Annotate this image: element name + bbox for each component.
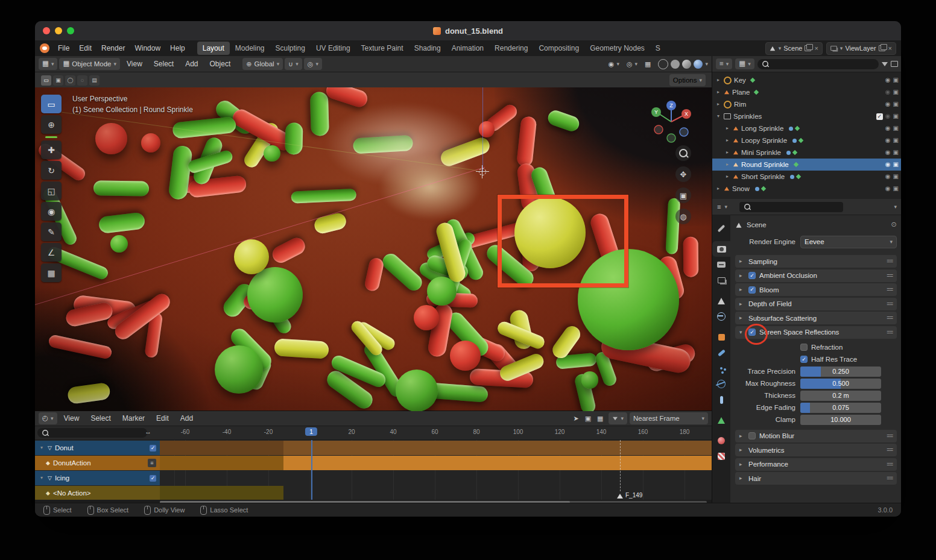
channel-row-no-action[interactable]: ◆ <No Action> [35,486,160,500]
extras-icon[interactable]: == [887,475,893,482]
mode-dropdown[interactable]: ▦ Object Mode ▾ [59,58,120,70]
expand-icon[interactable]: ▸ [724,150,730,155]
section-ambient-occlusion[interactable]: ▸ ✓ Ambient Occlusion == [735,269,897,282]
hide-icon[interactable]: ◉ [885,162,891,168]
overlays-toggle[interactable]: ◎ ▾ [623,58,641,70]
channel-row-donutaction[interactable]: ◆ DonutAction ≡ [35,456,160,470]
tool-move[interactable]: ✚ [41,140,62,159]
section-screen-space-reflections[interactable]: ▾ ✓ Screen Space Reflections == [735,326,897,339]
timeline-menu-marker[interactable]: Marker [118,412,150,424]
outliner-row-plane[interactable]: ▸ Plane ◉▣ [712,86,901,98]
proportional-editing-toggle[interactable]: ◎ ▾ [304,58,322,70]
show-gizmo-toggle[interactable]: ◉ ▾ [605,58,623,70]
extras-icon[interactable]: == [887,329,893,336]
menu-help[interactable]: Help [165,42,190,54]
menu-file[interactable]: File [53,42,74,54]
action-stack-icon[interactable]: ≡ [148,459,156,467]
collapse-icon[interactable]: ▾ [715,114,721,119]
disable-render-icon[interactable]: ▣ [893,89,899,95]
outliner-row-key[interactable]: ▸ Key ◉▣ [712,74,901,86]
clamp-field[interactable]: 10.000 [800,415,881,425]
viewlayer-selector[interactable]: ▾ ViewLayer × [826,42,896,55]
tab-world[interactable] [712,309,730,324]
hide-icon[interactable]: ◉ [885,113,891,119]
display-mode-button[interactable]: ▦ ▾ [735,58,754,69]
expand-icon[interactable]: ▸ [724,138,730,143]
bloom-checkbox[interactable]: ✓ [748,286,756,294]
zoom-button[interactable] [675,145,691,161]
expand-icon[interactable]: ▸ [724,126,730,131]
extras-icon[interactable]: == [887,272,893,279]
select-mode-circle-button[interactable]: ◯ [65,75,75,86]
timeline-editor-type-button[interactable]: ◴ ▾ [39,412,57,424]
section-subsurface-scattering[interactable]: ▸ Subsurface Scattering == [735,312,897,324]
tool-add-cube[interactable]: ▦ [41,263,62,282]
current-frame-indicator[interactable]: 1 [305,427,317,436]
hide-icon[interactable]: ◉ [885,186,891,192]
tab-texture[interactable] [712,448,730,464]
channel-row-icing[interactable]: ▾ ▽ Icing ✓ [35,471,160,485]
expand-icon[interactable]: ▾ [39,476,45,480]
options-dropdown-icon[interactable]: ▾ [894,204,897,210]
half-res-trace-checkbox[interactable]: ✓ [800,356,808,363]
tab-object[interactable] [712,329,730,345]
outliner-row-short-sprinkle[interactable]: ▸ Short Sprinkle ◉▣ [712,171,901,183]
invert-filter-icon[interactable]: ↔ [145,429,151,435]
tab-physics[interactable] [712,376,730,392]
tool-annotate[interactable]: ✎ [41,222,62,241]
viewport-3d[interactable]: User Perspective (1) Scene Collection | … [35,87,712,411]
timeline-menu-view[interactable]: View [59,412,84,424]
section-volumetrics[interactable]: ▸ Volumetrics == [735,444,897,456]
menu-edit[interactable]: Edit [74,42,96,54]
pin-icon[interactable]: ⊙ [891,221,897,228]
shading-rendered-button[interactable] [694,60,703,69]
viewport-menu-add[interactable]: Add [180,58,203,70]
extras-icon[interactable]: == [887,301,893,307]
disable-render-icon[interactable]: ▣ [893,125,899,131]
snap-toggle-icon[interactable]: ▦ [594,415,606,422]
new-collection-icon[interactable] [891,61,898,67]
tab-view-layer[interactable] [712,272,730,288]
remove-viewlayer-icon[interactable]: × [888,45,893,52]
properties-search-input[interactable] [739,202,843,212]
section-performance[interactable]: ▸ Performance == [735,458,897,471]
expand-icon[interactable]: ▸ [724,174,730,179]
expand-icon[interactable]: ▸ [715,90,721,95]
disable-render-icon[interactable]: ▣ [893,137,899,143]
disable-render-icon[interactable]: ▣ [893,174,899,180]
hide-icon[interactable]: ◉ [885,89,891,95]
section-motion-blur[interactable]: ▸ Motion Blur == [735,430,897,442]
disable-render-icon[interactable]: ▣ [893,162,899,168]
tool-transform[interactable]: ◉ [41,202,62,221]
outliner-search-input[interactable] [757,59,879,69]
render-engine-select[interactable]: Eevee ▾ [800,236,897,248]
only-selected-toggle-icon[interactable]: ➤ [570,415,581,422]
properties-editor-icon[interactable]: ≡ [717,204,721,210]
section-sampling[interactable]: ▸ Sampling == [735,255,897,268]
shading-material-button[interactable] [682,60,691,69]
expand-icon[interactable]: ▸ [715,78,721,83]
expand-icon[interactable]: ▸ [715,102,721,107]
section-bloom[interactable]: ▸ ✓ Bloom == [735,283,897,296]
timeline-channels-area[interactable]: ▾ ▽ Donut ✓ ◆ DonutAction ≡ ▾ ▽ Icing [35,440,712,500]
outliner-editor-type-button[interactable]: ≡ ▾ [716,58,732,69]
outliner-row-mini-sprinkle[interactable]: ▸ Mini Sprinkle ◉▣ [712,146,901,159]
tab-tool[interactable] [712,221,730,236]
tool-rotate[interactable]: ↻ [41,161,62,180]
disable-render-icon[interactable]: ▣ [893,186,899,192]
hide-icon[interactable]: ◉ [885,125,891,131]
timeline-menu-add[interactable]: Add [176,412,198,424]
zoom-window-button[interactable] [67,27,74,34]
scene-selector[interactable]: ▾ Scene × [765,42,823,55]
section-hair[interactable]: ▸ Hair == [735,472,897,485]
show-hidden-toggle-icon[interactable]: ▣ [582,415,594,422]
trace-precision-slider[interactable]: 0.250 [800,367,881,377]
viewport-menu-select[interactable]: Select [149,58,179,70]
workspace-tab-modeling[interactable]: Modeling [230,42,270,55]
menu-render[interactable]: Render [96,42,130,54]
workspace-tab-animation[interactable]: Animation [446,42,489,55]
collection-checkbox[interactable]: ✓ [876,113,883,120]
timeline-ruler[interactable]: ↔ -60 -40 -20 20 40 60 80 100 120 140 16… [35,426,712,440]
channel-enable-checkbox[interactable]: ✓ [150,475,156,482]
unlink-scene-icon[interactable]: × [814,45,818,52]
